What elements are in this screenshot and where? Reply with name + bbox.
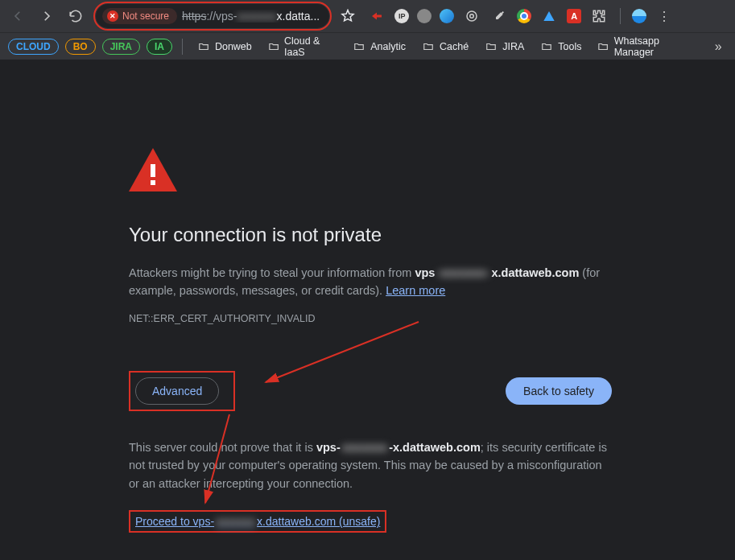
warning-paragraph: Attackers might be trying to steal your … <box>129 264 604 300</box>
ext-triangle-icon[interactable] <box>539 6 559 26</box>
bookmarks-overflow-icon[interactable]: » <box>710 37 727 56</box>
ssl-warning-page: Your connection is not private Attackers… <box>0 60 612 533</box>
bookmark-folder-analytic[interactable]: Analytic <box>348 38 411 56</box>
forward-button[interactable] <box>35 5 58 27</box>
proceed-unsafe-link[interactable]: Proceed to vps-xxxxxxxx.dattaweb.com (un… <box>135 515 380 528</box>
omnibox[interactable]: ✕ Not secure https://vps-xxxxxxxx.datta.… <box>96 4 329 28</box>
warning-triangle-icon <box>129 148 612 195</box>
bookmarks-separator <box>182 39 183 55</box>
bookmark-folder-whatsapp[interactable]: Whatsapp Manager <box>593 32 696 61</box>
error-code: NET::ERR_CERT_AUTHORITY_INVALID <box>129 313 612 324</box>
ext-ip-icon[interactable]: IP <box>394 9 409 23</box>
bookmark-folder-cloud-iaas[interactable]: Cloud & IaaS <box>263 32 341 61</box>
svg-point-0 <box>467 11 477 21</box>
omnibox-annotation-highlight: ✕ Not secure https://vps-xxxxxxxx.datta.… <box>93 2 332 31</box>
ext-arrow-icon[interactable] <box>367 6 386 26</box>
certificate-detail-paragraph: This server could not prove that it is v… <box>129 439 612 492</box>
not-secure-chip[interactable]: ✕ Not secure <box>102 8 177 24</box>
bookmark-folder-jira[interactable]: JIRA <box>480 38 529 56</box>
back-to-safety-button[interactable]: Back to safety <box>506 377 612 405</box>
not-secure-label: Not secure <box>122 10 169 22</box>
extensions-puzzle-icon[interactable] <box>589 6 609 26</box>
bookmark-folder-tools[interactable]: Tools <box>535 38 586 56</box>
ext-ring-icon[interactable] <box>462 6 481 26</box>
bookmarks-bar: CLOUD BO JIRA IA Donweb Cloud & IaaS Ana… <box>0 32 735 60</box>
extensions-row: IP A ⋮ <box>367 6 674 26</box>
bookmark-chip-jira[interactable]: JIRA <box>102 39 140 55</box>
profile-avatar-icon[interactable] <box>632 9 646 23</box>
page-title: Your connection is not private <box>129 224 612 246</box>
reload-button[interactable] <box>64 5 87 27</box>
ext-grey-icon[interactable] <box>417 9 432 23</box>
not-secure-icon: ✕ <box>107 10 118 22</box>
bookmark-chip-ia[interactable]: IA <box>147 39 172 55</box>
bookmark-folder-cache[interactable]: Caché <box>417 38 473 56</box>
bookmark-chip-bo[interactable]: BO <box>65 39 96 55</box>
svg-rect-2 <box>151 164 155 177</box>
svg-rect-3 <box>151 180 155 185</box>
svg-point-1 <box>470 14 474 19</box>
back-button[interactable] <box>6 5 29 27</box>
url-text: https://vps-xxxxxxxx.datta... <box>182 10 320 23</box>
toolbar-separator <box>620 8 621 24</box>
ext-adobe-icon[interactable]: A <box>567 9 581 23</box>
menu-dots-icon[interactable]: ⋮ <box>654 6 674 26</box>
ext-eyedropper-icon[interactable] <box>489 6 509 26</box>
ext-globe-icon[interactable] <box>440 9 454 23</box>
bookmark-folder-donweb[interactable]: Donweb <box>192 38 257 56</box>
bookmark-star-icon[interactable] <box>338 6 357 26</box>
ext-chrome-icon[interactable] <box>517 9 531 23</box>
button-row: Advanced Back to safety <box>129 371 612 411</box>
advanced-annotation-highlight: Advanced <box>129 371 235 411</box>
proceed-annotation-highlight: Proceed to vps-xxxxxxxx.dattaweb.com (un… <box>129 510 386 533</box>
learn-more-link[interactable]: Learn more <box>386 284 445 297</box>
browser-toolbar: ✕ Not secure https://vps-xxxxxxxx.datta.… <box>0 0 735 32</box>
advanced-button[interactable]: Advanced <box>135 377 219 405</box>
bookmark-chip-cloud[interactable]: CLOUD <box>8 39 59 55</box>
